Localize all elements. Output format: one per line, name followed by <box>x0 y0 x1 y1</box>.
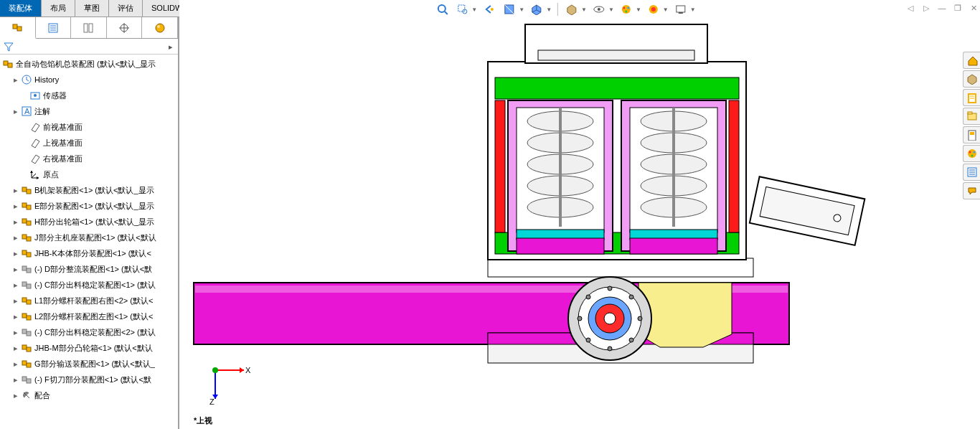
tree-item[interactable]: ▸E部分装配图<1> (默认<默认_显示 <box>0 198 178 214</box>
dropdown-caret-icon[interactable]: ▼ <box>608 6 614 13</box>
expand-caret-icon[interactable]: ▸ <box>11 344 20 353</box>
taskpane-appearance-tab[interactable] <box>963 145 980 162</box>
cm-tab[interactable]: 布局 <box>42 0 75 16</box>
taskpane-lib-tab[interactable] <box>963 89 980 106</box>
tree-item[interactable]: 右视基准面 <box>0 151 178 166</box>
expand-caret-icon[interactable]: ▸ <box>11 249 20 258</box>
dropdown-caret-icon[interactable]: ▼ <box>690 6 696 13</box>
tree-item[interactable]: ▸(-) C部分出料稳定装配图<1> (默认 <box>0 277 178 293</box>
tree-item[interactable]: 前视基准面 <box>0 119 178 135</box>
hide-show-button[interactable] <box>591 1 607 17</box>
expand-caret-icon[interactable]: ▸ <box>11 296 20 306</box>
expand-caret-icon[interactable]: ▸ <box>11 217 20 227</box>
cm-tab[interactable]: 草图 <box>75 0 109 16</box>
svg-marker-20 <box>30 171 33 173</box>
close-button[interactable]: ✕ <box>967 1 980 14</box>
svg-point-55 <box>598 8 600 11</box>
expand-caret-icon[interactable]: ▸ <box>11 186 20 195</box>
svg-point-81 <box>586 338 590 342</box>
view-settings-button[interactable] <box>673 1 689 17</box>
funnel-icon <box>3 41 14 52</box>
dropdown-caret-icon[interactable]: ▼ <box>546 6 552 13</box>
tree-root[interactable]: 全自动包馅机总装配图 (默认<默认_显示 <box>0 56 178 72</box>
zoom-area-button[interactable] <box>454 1 470 17</box>
dropdown-caret-icon[interactable]: ▼ <box>471 6 477 13</box>
tree-item[interactable]: 传感器 <box>0 88 178 103</box>
svg-rect-42 <box>22 345 27 349</box>
prev-view-button[interactable] <box>481 1 497 17</box>
expand-caret-icon[interactable]: ▸ <box>11 202 20 211</box>
tree-item[interactable]: ▸J部分主机座装配图<1> (默认<默认 <box>0 230 178 245</box>
tree-item[interactable]: ▸G部分输送装配图<1> (默认<默认_ <box>0 356 178 372</box>
expand-caret-icon[interactable]: ▸ <box>11 359 20 369</box>
zoom-fit-button[interactable] <box>434 1 450 17</box>
svg-rect-41 <box>27 331 31 336</box>
taskpane-forum-tab[interactable] <box>963 182 980 199</box>
fm-tab-propmgr[interactable] <box>36 17 72 38</box>
taskpane-props-tab[interactable] <box>963 164 980 181</box>
edit-appearance-button[interactable] <box>618 1 634 17</box>
expand-caret-icon[interactable]: ▸ <box>11 233 20 242</box>
expand-caret-icon[interactable]: ▸ <box>11 75 20 85</box>
taskpane-palette-tab[interactable] <box>963 126 980 143</box>
restore-button[interactable]: ❐ <box>951 1 964 14</box>
expand-caret-icon[interactable]: ▸ <box>11 328 20 337</box>
expand-caret-icon[interactable]: ▸ <box>11 107 20 116</box>
tree-item[interactable]: ▸B机架装配图<1> (默认<默认_显示 <box>0 182 178 198</box>
svg-rect-30 <box>22 250 27 255</box>
dropdown-caret-icon[interactable]: ▼ <box>581 6 587 13</box>
taskpane-explorer-tab[interactable] <box>963 108 980 125</box>
tree-item-label: (-) D部分整流装配图<1> (默认<默 <box>34 264 152 275</box>
tree-item-label: JHB-M部分凸轮箱<1> (默认<默认 <box>34 343 153 354</box>
cm-tab[interactable]: 评估 <box>109 0 143 16</box>
svg-point-11 <box>156 24 164 32</box>
svg-line-49 <box>444 11 447 14</box>
fm-tab-tree[interactable] <box>0 17 36 39</box>
graphics-viewport[interactable]: ▼▼▼▼▼▼▼▼ ◁▷—❐✕ <box>179 0 951 429</box>
tree-item[interactable]: ▸(-) D部分整流装配图<1> (默认<默 <box>0 261 178 277</box>
svg-point-57 <box>623 7 625 9</box>
taskpane-home-tab[interactable] <box>963 52 980 69</box>
tree-item[interactable]: ▸L1部分螺杆装配图右图<2> (默认< <box>0 293 178 308</box>
taskpane-resources-tab[interactable] <box>963 70 980 88</box>
tree-item[interactable]: ▸配合 <box>0 387 178 403</box>
fm-tab-configmgr[interactable] <box>71 17 107 38</box>
svg-rect-27 <box>27 221 31 225</box>
expand-caret-icon[interactable]: ▸ <box>11 375 20 385</box>
tree-item[interactable]: ▸H部分出轮箱<1> (默认<默认_显示 <box>0 214 178 230</box>
asm-icon <box>20 247 33 260</box>
tree-item[interactable]: ▸JHB-K本体部分装配图<1> (默认< <box>0 245 178 261</box>
tree-item[interactable]: ▸(-) C部分出料稳定装配图<2> (默认 <box>0 324 178 340</box>
asm-icon <box>20 184 33 197</box>
view-orient-button[interactable] <box>529 1 545 17</box>
tree-item[interactable]: ▸JHB-M部分凸轮箱<1> (默认<默认 <box>0 340 178 356</box>
tree-item[interactable]: 原点 <box>0 166 178 182</box>
fm-tab-display[interactable] <box>142 17 178 38</box>
expand-caret-icon[interactable]: ▸ <box>11 265 20 274</box>
fm-filter-bar[interactable] <box>0 39 178 55</box>
apply-scene-button[interactable] <box>646 1 661 17</box>
fm-tab-dimxpert[interactable] <box>107 17 143 38</box>
dropdown-caret-icon[interactable]: ▼ <box>636 6 641 13</box>
tree-item[interactable]: ▸L2部分螺杆装配图左图<1> (默认< <box>0 308 178 324</box>
cm-tab[interactable]: 装配体 <box>0 0 42 16</box>
expand-caret-icon[interactable]: ▸ <box>11 312 20 321</box>
expand-caret-icon[interactable]: ▸ <box>11 280 20 290</box>
expand-caret-icon[interactable]: ▸ <box>11 391 20 400</box>
min-button[interactable]: — <box>936 1 948 14</box>
tree-item[interactable]: ▸History <box>0 72 178 88</box>
svg-point-48 <box>438 5 445 12</box>
dropdown-caret-icon[interactable]: ▼ <box>663 6 669 13</box>
next-doc-button[interactable]: ▷ <box>920 1 933 14</box>
tree-item[interactable]: ▸(-) F切刀部分装配图<1> (默认<默 <box>0 372 178 387</box>
dropdown-caret-icon[interactable]: ▼ <box>519 6 524 13</box>
tree-item[interactable]: 上视基准面 <box>0 135 178 151</box>
svg-rect-62 <box>677 6 685 12</box>
section-button[interactable] <box>501 1 517 17</box>
display-style-button[interactable] <box>564 1 580 17</box>
tree-item[interactable]: ▸A注解 <box>0 103 178 119</box>
svg-point-74 <box>604 313 616 324</box>
fm-collapse-arrow[interactable]: ▸ <box>165 39 176 55</box>
tree-item-label: E部分装配图<1> (默认<默认_显示 <box>34 201 154 212</box>
prev-doc-button[interactable]: ◁ <box>904 1 917 14</box>
